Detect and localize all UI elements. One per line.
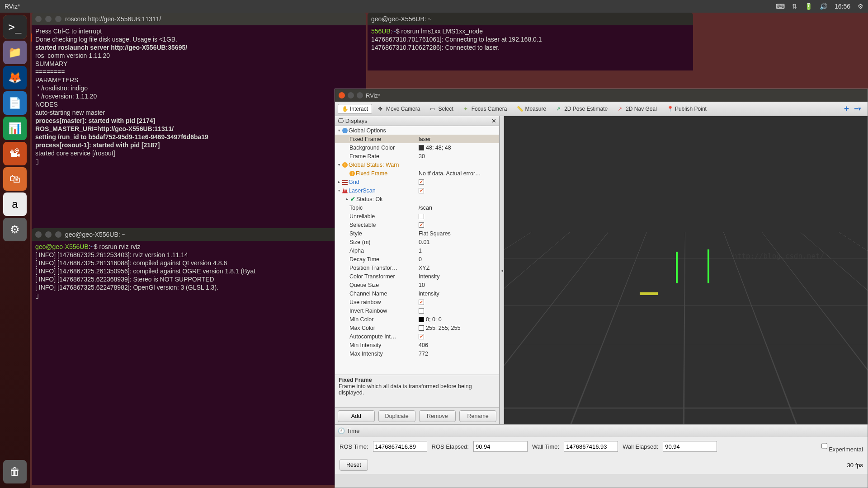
settings-icon[interactable]: ⚙	[3, 218, 27, 241]
color-swatch[interactable]	[419, 325, 424, 331]
terminal-body[interactable]: 556UB:~$ rosrun lms1xx LMS1xx_node147686…	[368, 25, 693, 70]
prop-value[interactable]: 48; 48; 48	[426, 145, 451, 151]
prop-value[interactable]: 255; 255; 255	[426, 325, 460, 331]
prop-value[interactable]: 0.01	[419, 239, 499, 245]
maximize-icon[interactable]	[55, 16, 61, 22]
experimental-checkbox[interactable]: Experimental	[821, 441, 863, 453]
prop-value[interactable]: 0	[419, 256, 499, 263]
measure-button[interactable]: 📏Measure	[513, 104, 550, 114]
color-swatch[interactable]	[419, 317, 424, 322]
network-icon[interactable]: ⇅	[792, 3, 797, 10]
rename-button[interactable]: Rename	[459, 410, 496, 422]
rviz-titlebar[interactable]: RViz*	[335, 89, 868, 102]
color-swatch[interactable]	[419, 145, 424, 150]
add-button[interactable]: Add	[338, 410, 375, 422]
volume-icon[interactable]: 🔊	[820, 3, 827, 10]
maximize-icon[interactable]	[357, 92, 363, 99]
prop-key[interactable]: Min Intensity	[349, 342, 381, 348]
terminal-roscore[interactable]: roscore http://geo-X556UB:11311/ Press C…	[32, 13, 366, 233]
prop-key[interactable]: Size (m)	[349, 239, 371, 245]
plus-icon[interactable]: ✚	[844, 105, 849, 112]
firefox-icon[interactable]: 🦊	[3, 66, 27, 89]
tree-item[interactable]: Global Options	[349, 127, 386, 134]
prop-key[interactable]: Alpha	[349, 248, 364, 254]
prop-value[interactable]: 406	[419, 342, 499, 348]
prop-value[interactable]: XYZ	[419, 265, 499, 271]
duplicate-button[interactable]: Duplicate	[378, 410, 415, 422]
terminal-body[interactable]: Press Ctrl-C to interruptDone checking l…	[32, 25, 366, 233]
checkbox[interactable]: ✔	[419, 179, 424, 185]
impress-icon[interactable]: 📽	[3, 142, 27, 165]
prop-value[interactable]: 10	[419, 282, 499, 288]
checkbox[interactable]: ✔	[419, 222, 424, 228]
software-center-icon[interactable]: 🛍	[3, 167, 27, 191]
checkbox[interactable]: ✔	[419, 300, 424, 305]
prop-key[interactable]: Min Color	[349, 316, 374, 323]
trash-icon[interactable]: 🗑	[3, 460, 27, 483]
rviz-window[interactable]: RViz* ✋Interact ✥Move Camera ▭Select ✦Fo…	[335, 89, 868, 488]
minus-icon[interactable]: ━▾	[854, 105, 861, 112]
prop-key[interactable]: Use rainbow	[349, 299, 381, 305]
panel-close-icon[interactable]: ✕	[491, 117, 496, 124]
ros-elapsed-input[interactable]	[473, 441, 528, 452]
collapse-handle[interactable]: ◂	[500, 116, 504, 424]
amazon-icon[interactable]: a	[3, 192, 27, 216]
terminal-titlebar[interactable]: roscore http://geo-X556UB:11311/	[32, 13, 366, 25]
tree-item[interactable]: Global Status: Warn	[349, 162, 399, 168]
terminal-rviz[interactable]: geo@geo-X556UB: ~ geo@geo-X556UB:~$ rosr…	[32, 228, 366, 485]
prop-key[interactable]: Autocompute Int…	[349, 333, 396, 340]
prop-key[interactable]: Selectable	[349, 222, 376, 228]
prop-value[interactable]: /scan	[419, 205, 499, 211]
terminal-icon[interactable]: >_	[3, 15, 27, 39]
maximize-icon[interactable]	[55, 231, 61, 238]
select-button[interactable]: ▭Select	[426, 104, 457, 114]
ros-time-input[interactable]	[373, 441, 427, 452]
terminal-titlebar[interactable]: geo@geo-X556UB: ~	[368, 13, 693, 25]
checkbox[interactable]	[419, 214, 424, 219]
minimize-icon[interactable]	[45, 16, 52, 22]
minimize-icon[interactable]	[45, 231, 52, 238]
wall-time-input[interactable]	[564, 441, 618, 452]
pose-estimate-button[interactable]: ↗2D Pose Estimate	[552, 104, 612, 114]
prop-value[interactable]: Intensity	[419, 273, 499, 280]
minimize-icon[interactable]	[348, 92, 354, 99]
tree-item[interactable]: Grid	[349, 179, 359, 185]
prop-key[interactable]: Queue Size	[349, 282, 379, 288]
prop-key[interactable]: Fixed Frame	[349, 136, 381, 142]
publish-point-button[interactable]: 📍Publish Point	[663, 104, 711, 114]
display-tree[interactable]: ▾Global Options Fixed Framelaser Backgro…	[335, 126, 499, 375]
terminal-titlebar[interactable]: geo@geo-X556UB: ~	[32, 228, 366, 241]
prop-key[interactable]: Fixed Frame	[356, 170, 387, 177]
focus-camera-button[interactable]: ✦Focus Camera	[459, 104, 511, 114]
prop-key[interactable]: Color Transformer	[349, 273, 395, 280]
reset-button[interactable]: Reset	[340, 459, 368, 471]
prop-value[interactable]: 1	[419, 248, 499, 254]
prop-key[interactable]: Position Transfor…	[349, 265, 397, 271]
prop-key[interactable]: Unreliable	[349, 213, 375, 220]
prop-key[interactable]: Decay Time	[349, 256, 379, 263]
clock[interactable]: 16:56	[835, 3, 850, 10]
close-icon[interactable]	[35, 16, 42, 22]
checkbox[interactable]	[419, 308, 424, 314]
prop-value[interactable]: 0; 0; 0	[426, 316, 442, 323]
tree-item[interactable]: LaserScan	[349, 188, 376, 194]
nav-goal-button[interactable]: ↗2D Nav Goal	[613, 104, 661, 114]
wall-elapsed-input[interactable]	[663, 441, 717, 452]
prop-key[interactable]: Invert Rainbow	[349, 308, 387, 314]
prop-key[interactable]: Channel Name	[349, 291, 387, 297]
prop-key[interactable]: Topic	[349, 205, 363, 211]
terminal-body[interactable]: geo@geo-X556UB:~$ rosrun rviz rviz[ INFO…	[32, 241, 366, 485]
prop-value[interactable]: 30	[419, 153, 499, 160]
prop-value[interactable]: intensity	[419, 291, 499, 297]
calc-icon[interactable]: 📊	[3, 117, 27, 140]
prop-key[interactable]: Max Color	[349, 325, 375, 331]
tree-item[interactable]: Status: Ok	[356, 196, 382, 202]
files-icon[interactable]: 📁	[3, 41, 27, 64]
writer-icon[interactable]: 📄	[3, 91, 27, 115]
prop-key[interactable]: Frame Rate	[349, 153, 379, 160]
move-camera-button[interactable]: ✥Move Camera	[374, 104, 424, 114]
gear-icon[interactable]: ⚙	[858, 3, 863, 10]
keyboard-icon[interactable]: ⌨	[776, 3, 785, 10]
prop-key[interactable]: Max Intensity	[349, 351, 383, 357]
close-icon[interactable]	[35, 231, 42, 238]
